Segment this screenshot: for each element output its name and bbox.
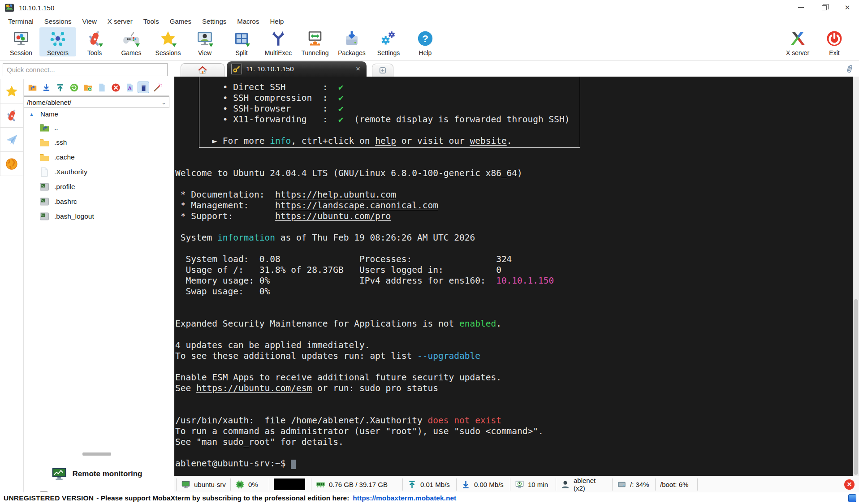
menu-help[interactable]: Help xyxy=(264,17,289,25)
terminal-line: Enable ESM Apps to receive additional fu… xyxy=(175,372,853,383)
terminal-link[interactable]: https://help.ubuntu.com xyxy=(275,190,396,200)
file-name: .Xauthority xyxy=(54,168,87,176)
menu-sessions[interactable]: Sessions xyxy=(39,17,77,25)
rename-button[interactable]: A xyxy=(124,82,135,93)
refresh-button[interactable] xyxy=(68,82,80,93)
terminal-text: as of Thu Feb 19 08:26:26 AM UTC 2026 xyxy=(275,233,475,243)
file-up xyxy=(39,122,50,133)
toolbar-help-button[interactable]: ?Help xyxy=(407,27,444,56)
terminal-link[interactable]: https://landscape.canonical.com xyxy=(275,200,438,211)
current-path: /home/ablenet/ xyxy=(27,99,71,106)
terminal-text: • X11-forwarding : xyxy=(175,114,338,125)
remote-monitoring-button[interactable]: Remote monitoring xyxy=(24,464,169,484)
toolbar-label: MultiExec xyxy=(265,49,292,56)
toolbar-x-server-button[interactable]: X server xyxy=(779,27,816,56)
file-name: .ssh xyxy=(54,138,67,146)
new-file-button[interactable] xyxy=(96,82,108,93)
chevron-down-icon: ⌄ xyxy=(161,99,166,106)
terminal-link[interactable]: https://ubuntu.com/pro xyxy=(275,211,391,221)
terminal-text: enabled xyxy=(459,319,496,329)
restore-button[interactable] xyxy=(812,0,836,15)
toolbar-tunneling-button[interactable]: Tunneling xyxy=(297,27,333,56)
terminal-line: * Management: https://landscape.canonica… xyxy=(175,200,853,211)
terminal[interactable]: • Direct SSH : ✔ • SSH compression : ✔ •… xyxy=(174,77,859,476)
toolbar-session-button[interactable]: Session xyxy=(3,27,39,56)
exit-icon xyxy=(825,29,843,48)
terminal-link[interactable]: https://ubuntu.com/esm xyxy=(196,383,312,393)
close-tab-icon[interactable]: × xyxy=(354,65,362,73)
menu-tools[interactable]: Tools xyxy=(138,17,164,25)
quick-connect-input[interactable] xyxy=(3,63,168,76)
session-tab-active[interactable]: 11. 10.10.1.150 × xyxy=(227,61,367,77)
menu-view[interactable]: View xyxy=(77,17,102,25)
terminal-line: • X11-forwarding : ✔ (remote display is … xyxy=(175,114,853,125)
download-button[interactable] xyxy=(40,82,52,93)
home-tab[interactable] xyxy=(181,63,224,77)
close-window-button[interactable]: ✕ xyxy=(836,0,859,15)
remote-monitoring-icon xyxy=(51,467,67,481)
toolbar-exit-button[interactable]: Exit xyxy=(816,27,853,56)
terminal-link[interactable]: website xyxy=(470,136,506,146)
file-row-xauthority[interactable]: .Xauthority xyxy=(24,164,169,179)
tools-wand-button[interactable] xyxy=(151,82,163,93)
upload-arrow-icon xyxy=(407,480,417,489)
mobatek-link[interactable]: https://mobaxterm.mobatek.net xyxy=(353,494,456,502)
terminal-text: ► For more xyxy=(175,136,270,146)
menu-settings[interactable]: Settings xyxy=(197,17,232,25)
tabbar: 11. 10.10.1.150 × xyxy=(170,61,859,77)
file-row-cache[interactable]: .cache xyxy=(24,150,169,164)
file-row-ssh[interactable]: .ssh xyxy=(24,135,169,150)
mobaxterm-window: 10.10.1.150 ✕ TerminalSessionsViewX serv… xyxy=(0,0,859,504)
sidebar-tab-sessions[interactable] xyxy=(0,79,23,103)
toolbar-settings-button[interactable]: Settings xyxy=(370,27,407,56)
toolbar-servers-button[interactable]: Servers xyxy=(39,27,76,56)
file-name: .cache xyxy=(54,153,75,161)
terminal-line xyxy=(175,405,853,415)
parent-directory-button[interactable] xyxy=(26,82,38,93)
file-row-bashrc[interactable]: .bashrc xyxy=(24,194,169,209)
splitter-grip-icon xyxy=(82,452,111,456)
panel-splitter[interactable] xyxy=(24,451,169,457)
uptime-clock-icon xyxy=(515,480,524,489)
terminal-text: • Direct SSH : xyxy=(175,82,338,92)
menu-games[interactable]: Games xyxy=(164,17,197,25)
toolbar-split-button[interactable]: Split xyxy=(223,27,260,56)
name-column-header[interactable]: ▲ Name xyxy=(24,108,169,120)
scrollbar-thumb[interactable] xyxy=(854,299,858,475)
new-folder-button[interactable] xyxy=(82,82,94,93)
menu-x-server[interactable]: X server xyxy=(102,17,138,25)
toolbar-packages-button[interactable]: Packages xyxy=(333,27,370,56)
file-row-profile[interactable]: .profile xyxy=(24,179,169,194)
terminal-scrollbar[interactable] xyxy=(853,77,859,476)
path-dropdown[interactable]: /home/ablenet/ ⌄ xyxy=(24,96,169,108)
toolbar-tools-button[interactable]: Tools xyxy=(76,27,113,56)
terminal-line: • SSH compression : ✔ xyxy=(175,93,853,103)
delete-button[interactable] xyxy=(110,82,121,93)
file-row-bash-logout[interactable]: .bash_logout xyxy=(24,209,169,224)
file-row-[interactable]: .. xyxy=(24,120,169,135)
minimize-button[interactable] xyxy=(789,0,812,15)
terminal-text: (remote display is forwarded through SSH… xyxy=(344,114,570,125)
delete-icon xyxy=(111,83,121,92)
upload-button[interactable] xyxy=(54,82,66,93)
status-upload-arrow: 0.01 Mb/s xyxy=(403,478,457,491)
follow-terminal-button[interactable] xyxy=(138,82,149,93)
menu-macros[interactable]: Macros xyxy=(232,17,264,25)
paperclip-icon[interactable] xyxy=(845,64,855,75)
terminal-link[interactable]: help xyxy=(375,136,396,146)
sidebar-tab-sftp[interactable] xyxy=(0,152,23,176)
new-file-icon xyxy=(97,83,107,92)
sidebar-tab-macros[interactable] xyxy=(0,128,23,152)
terminal-text: System xyxy=(175,233,217,243)
status-close-button[interactable]: ✕ xyxy=(844,479,855,490)
status-text: /boot: 6% xyxy=(660,481,688,488)
sidebar-tab-tools[interactable] xyxy=(0,103,23,128)
toolbar-view-button[interactable]: View xyxy=(186,27,223,56)
status-graph-box xyxy=(269,478,311,491)
new-tab-button[interactable] xyxy=(372,64,393,77)
toolbar-multiexec-button[interactable]: MultiExec xyxy=(260,27,297,56)
toolbar-games-button[interactable]: Games xyxy=(113,27,150,56)
toolbar-sessions-button[interactable]: Sessions xyxy=(150,27,186,56)
terminal-line: To see these additional updates run: apt… xyxy=(175,351,853,362)
menu-terminal[interactable]: Terminal xyxy=(3,17,39,25)
